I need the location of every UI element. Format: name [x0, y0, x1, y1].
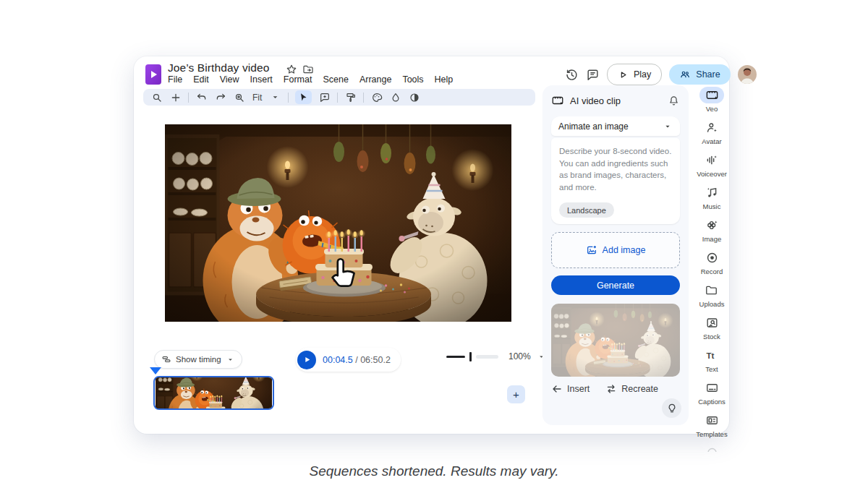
timeline-play-button[interactable] — [297, 351, 316, 369]
rail-item-voiceover[interactable]: Voiceover — [697, 152, 727, 178]
text-icon: Tt — [699, 347, 724, 364]
add-scene-button[interactable]: + — [507, 385, 525, 403]
show-timing-label: Show timing — [176, 355, 221, 364]
menu-scene[interactable]: Scene — [323, 74, 348, 85]
recreate-label: Recreate — [621, 384, 658, 394]
play-button[interactable]: Play — [607, 64, 662, 85]
menu-format[interactable]: Format — [284, 74, 312, 85]
document-title[interactable]: Joe’s Birthday video — [168, 61, 269, 74]
rail-item-image[interactable]: Image — [699, 217, 724, 243]
insert-label: Insert — [567, 384, 590, 394]
toolbar-divider — [188, 93, 189, 103]
rail-item-stock[interactable]: Stock — [699, 314, 724, 341]
canvas-toolbar: Fit — [143, 89, 535, 106]
rail-item-text[interactable]: Tt Text — [699, 347, 724, 373]
folder-icon — [699, 282, 724, 299]
timeline-zoom-control: 100% — [446, 351, 546, 361]
share-label: Share — [696, 69, 720, 80]
rail-item-templates[interactable]: Templates — [696, 412, 727, 438]
undo-icon[interactable] — [195, 91, 208, 103]
comment-icon[interactable] — [586, 68, 600, 82]
version-history-icon[interactable] — [565, 68, 579, 82]
redo-icon[interactable] — [214, 91, 226, 103]
menu-view[interactable]: View — [220, 74, 239, 85]
chevron-down-icon — [226, 355, 235, 364]
timing-icon — [161, 354, 171, 364]
lightbulb-icon — [666, 403, 678, 414]
generate-label: Generate — [597, 281, 634, 291]
star-icon[interactable] — [286, 64, 297, 75]
chevron-down-icon[interactable] — [269, 91, 281, 103]
play-icon — [618, 69, 629, 80]
veo-icon — [699, 87, 724, 103]
prompt-input[interactable]: Describe your 8-second video. You can ad… — [551, 138, 680, 224]
playhead-marker[interactable] — [150, 367, 161, 374]
bell-icon[interactable] — [668, 95, 680, 107]
prompt-placeholder: Describe your 8-second video. You can ad… — [559, 145, 672, 194]
menu-insert[interactable]: Insert — [250, 74, 273, 85]
add-icon[interactable] — [169, 91, 182, 103]
palette-icon[interactable] — [370, 91, 383, 103]
recreate-button[interactable]: Recreate — [605, 383, 658, 395]
veo-clip-icon — [551, 94, 564, 107]
tips-button[interactable] — [662, 398, 681, 418]
menu-arrange[interactable]: Arrange — [359, 74, 391, 85]
insert-button[interactable]: Insert — [551, 383, 590, 395]
aspect-ratio-chip[interactable]: Landscape — [559, 202, 614, 218]
current-time: 00:04.5 — [323, 355, 353, 365]
zoom-slider-track[interactable] — [476, 355, 498, 359]
transition-icon[interactable] — [408, 91, 420, 103]
search-icon[interactable] — [150, 91, 163, 103]
tools-rail: Veo Avatar Voiceover Music Image Record — [694, 87, 729, 452]
rail-overflow-icon — [705, 445, 719, 452]
app-window: Joe’s Birthday video File Edit View Inse… — [134, 56, 729, 434]
zoom-slider[interactable] — [446, 356, 465, 358]
filmstrip-scene-thumbnail[interactable] — [153, 376, 274, 410]
play-icon — [302, 355, 312, 364]
mode-select-dropdown[interactable]: Animate an image — [551, 116, 680, 136]
menu-bar: File Edit View Insert Format Scene Arran… — [168, 74, 453, 85]
panel-title: AI video clip — [570, 95, 662, 106]
rail-item-avatar[interactable]: Avatar — [699, 119, 724, 145]
music-icon — [699, 184, 724, 201]
add-image-icon — [586, 244, 597, 256]
zoom-level-label[interactable]: 100% — [509, 351, 531, 361]
templates-icon — [699, 412, 724, 429]
toolbar-divider — [337, 93, 338, 103]
add-comment-icon[interactable] — [318, 91, 331, 103]
rail-item-music[interactable]: Music — [699, 184, 724, 210]
show-timing-button[interactable]: Show timing — [154, 350, 242, 369]
image-gen-icon — [699, 217, 724, 234]
menu-file[interactable]: File — [168, 74, 182, 85]
generate-button[interactable]: Generate — [551, 275, 680, 295]
user-avatar[interactable] — [738, 65, 757, 84]
rail-item-uploads[interactable]: Uploads — [699, 282, 725, 308]
menu-edit[interactable]: Edit — [193, 74, 209, 85]
rail-item-captions[interactable]: Captions — [698, 380, 726, 406]
chevron-down-icon — [663, 121, 673, 132]
menu-tools[interactable]: Tools — [402, 74, 423, 85]
generated-preview-thumbnail[interactable] — [551, 304, 680, 377]
select-cursor-tool[interactable] — [295, 90, 312, 104]
vids-app-icon[interactable] — [145, 64, 161, 85]
rail-item-veo[interactable]: Veo — [699, 87, 724, 113]
fit-zoom-select[interactable]: Fit — [252, 93, 262, 103]
zoom-in-icon[interactable] — [233, 91, 245, 103]
paint-roller-icon[interactable] — [344, 91, 357, 103]
mode-select-value: Animate an image — [558, 121, 629, 132]
menu-help[interactable]: Help — [435, 74, 454, 85]
stock-media-icon — [699, 314, 724, 331]
record-icon — [699, 249, 724, 266]
add-image-button[interactable]: Add image — [551, 232, 680, 268]
playback-control: 00:04.5 / 06:50.2 — [296, 348, 401, 372]
svg-text:Tt: Tt — [707, 350, 715, 359]
toolbar-divider — [288, 93, 289, 103]
video-canvas[interactable] — [165, 124, 511, 322]
ai-video-clip-panel: AI video clip Animate an image Describe … — [542, 85, 689, 425]
left-arrow-icon — [551, 383, 563, 395]
background-droplet-icon[interactable] — [389, 91, 401, 103]
zoom-slider-thumb[interactable] — [469, 352, 472, 361]
share-button[interactable]: Share — [669, 64, 730, 85]
move-folder-icon[interactable] — [302, 64, 314, 75]
rail-item-record[interactable]: Record — [699, 249, 724, 275]
